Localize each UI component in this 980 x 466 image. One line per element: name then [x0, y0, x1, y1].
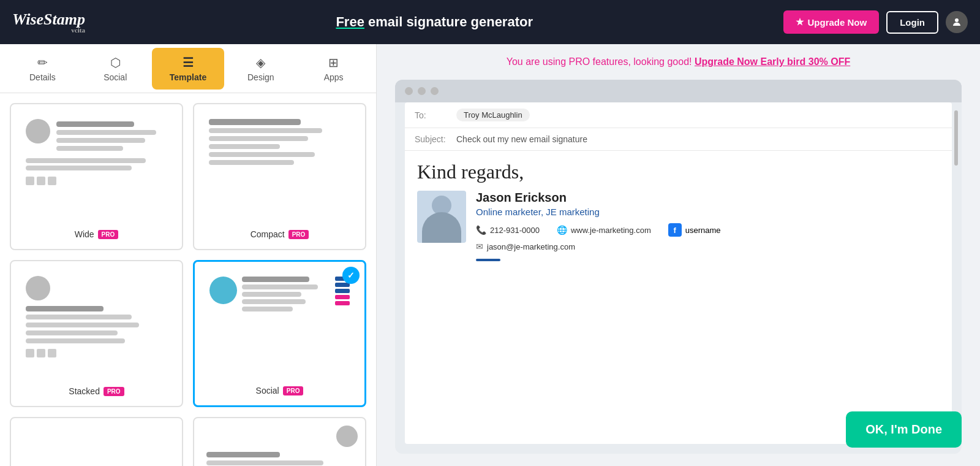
promo-upgrade-link[interactable]: Upgrade Now Early bird 30% OFF [695, 56, 850, 67]
template-preview-wide [21, 114, 172, 224]
pro-badge-social: PRO [283, 386, 304, 395]
header-title: Free email signature generator [336, 14, 533, 29]
subject-text: Check out my new email signature [456, 134, 587, 144]
signature-content: Jason Erickson Online marketer, JE marke… [417, 191, 940, 261]
traffic-light-1 [405, 87, 413, 95]
header-title-underline: Free [336, 14, 364, 29]
template-preview-social [205, 272, 355, 381]
traffic-light-3 [431, 87, 439, 95]
template-card-social[interactable]: ✓ [193, 260, 366, 407]
promo-bar: You are using PRO features, looking good… [395, 56, 962, 67]
mock-avatar-stacked [26, 276, 50, 300]
left-panel: ✏ Details ⬡ Social ☰ Template ◈ Design ⊞… [0, 44, 377, 466]
main-layout: ✏ Details ⬡ Social ☰ Template ◈ Design ⊞… [0, 44, 980, 466]
mock-social-dots [26, 177, 167, 185]
template-card-bottom-left[interactable]: Early Bird 30% OFF ▲ [10, 417, 183, 466]
sig-photo [417, 191, 466, 243]
sig-email: ✉ jason@je-marketing.com [476, 242, 575, 251]
mock-avatar-br [336, 426, 358, 447]
to-recipient: Troy McLaughlin [456, 109, 530, 121]
tab-social-label: Social [104, 72, 127, 82]
apps-icon: ⊞ [328, 55, 339, 70]
template-label-stacked: Stacked PRO [69, 386, 124, 396]
email-content: Kind regards, Jason Erickson Online mark… [405, 151, 952, 271]
header: WiseStamp vcita Free email signature gen… [0, 0, 980, 44]
email-toolbar [395, 80, 962, 102]
sig-facebook: f username [668, 223, 721, 237]
tab-design[interactable]: ◈ Design [224, 48, 297, 90]
scrollbar-track[interactable] [954, 110, 958, 441]
header-actions: ★ Upgrade Now Login [783, 10, 968, 34]
sig-website: 🌐 www.je-marketing.com [557, 225, 651, 235]
right-panel: You are using PRO features, looking good… [377, 44, 980, 466]
template-label-compact: Compact PRO [251, 229, 309, 239]
tab-template-label: Template [170, 72, 206, 82]
mock-avatar-social [209, 277, 237, 304]
email-icon: ✉ [476, 242, 483, 251]
template-card-stacked[interactable]: Stacked PRO [10, 260, 183, 407]
login-button[interactable]: Login [886, 11, 938, 34]
traffic-light-2 [418, 87, 426, 95]
sig-phone: 📞 212-931-0000 [476, 225, 540, 235]
email-preview: To: Troy McLaughlin Subject: Check out m… [395, 80, 962, 454]
mock-avatar [26, 119, 50, 143]
selected-check-icon: ✓ [342, 267, 360, 284]
header-center: Free email signature generator [85, 14, 784, 30]
template-card-wide[interactable]: Wide PRO [10, 103, 183, 250]
svg-point-0 [955, 18, 959, 22]
sig-decoration [476, 259, 940, 261]
star-icon: ★ [796, 17, 804, 28]
tab-apps-label: Apps [324, 72, 344, 82]
sig-name: Jason Erickson [476, 191, 940, 205]
to-label: To: [415, 110, 451, 120]
ok-done-button[interactable]: OK, I'm Done [846, 411, 962, 448]
tab-details-label: Details [29, 72, 56, 82]
globe-icon: 🌐 [557, 225, 567, 235]
upgrade-now-button[interactable]: ★ Upgrade Now [783, 10, 879, 34]
logo-sub: vcita [12, 26, 85, 34]
template-label-wide: Wide PRO [75, 229, 119, 239]
subject-label: Subject: [415, 134, 451, 144]
template-grid: Wide PRO Compact [0, 93, 376, 466]
template-label-social: Social PRO [256, 386, 304, 395]
nav-tabs: ✏ Details ⬡ Social ☰ Template ◈ Design ⊞… [0, 44, 376, 93]
pro-badge-compact: PRO [288, 230, 309, 239]
template-card-compact[interactable]: Compact PRO [193, 103, 366, 250]
facebook-icon: f [668, 223, 682, 237]
design-icon: ◈ [256, 55, 265, 70]
logo: WiseStamp vcita [12, 10, 85, 34]
tab-design-label: Design [247, 72, 274, 82]
email-body: To: Troy McLaughlin Subject: Check out m… [405, 102, 952, 444]
tab-template[interactable]: ☰ Template [152, 48, 225, 90]
pro-badge-stacked: PRO [104, 387, 124, 396]
sig-contact: 📞 212-931-0000 🌐 www.je-marketing.com f [476, 223, 940, 261]
tab-details[interactable]: ✏ Details [6, 48, 79, 90]
tab-social[interactable]: ⬡ Social [79, 48, 152, 90]
template-preview-stacked [21, 271, 172, 381]
phone-icon: 📞 [476, 225, 486, 235]
email-to-field: To: Troy McLaughlin [405, 102, 952, 128]
share-icon: ⬡ [110, 55, 121, 70]
template-preview-compact [204, 114, 355, 224]
tab-apps[interactable]: ⊞ Apps [297, 48, 370, 90]
pencil-icon: ✏ [37, 55, 48, 70]
sig-contact-row-2: ✉ jason@je-marketing.com [476, 242, 940, 251]
scrollbar-thumb[interactable] [954, 110, 958, 166]
sig-details: Jason Erickson Online marketer, JE marke… [476, 191, 940, 261]
user-avatar[interactable] [946, 11, 968, 33]
pro-badge-wide: PRO [98, 230, 119, 239]
template-icon: ☰ [183, 55, 194, 70]
greeting-handwriting: Kind regards, [417, 161, 940, 183]
sig-contact-row-1: 📞 212-931-0000 🌐 www.je-marketing.com f [476, 223, 940, 237]
email-subject-field: Subject: Check out my new email signatur… [405, 128, 952, 151]
template-card-bottom-right[interactable] [193, 417, 366, 466]
sig-title: Online marketer, JE marketing [476, 207, 940, 217]
